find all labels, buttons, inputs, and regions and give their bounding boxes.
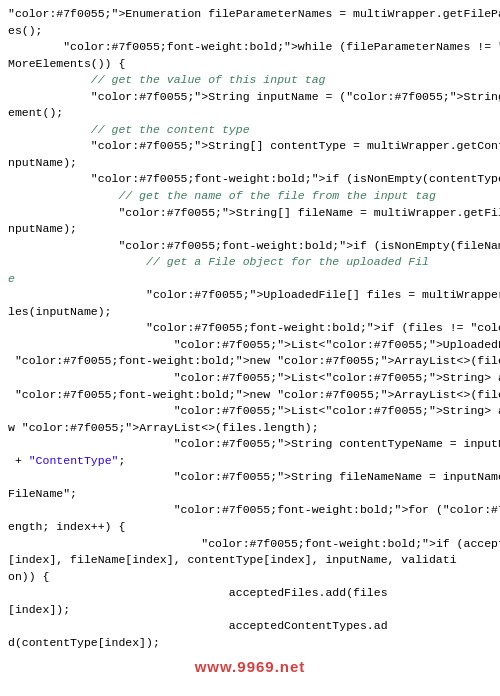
code-line: "color:#7f0055;">List<"color:#7f0055;">S… bbox=[8, 370, 492, 387]
code-line: on)) { bbox=[8, 569, 492, 586]
code-line: [index], fileName[index], contentType[in… bbox=[8, 552, 492, 569]
code-line: "color:#7f0055;">List<"color:#7f0055;">U… bbox=[8, 337, 492, 354]
code-line: "color:#7f0055;">String contentTypeName … bbox=[8, 436, 492, 453]
code-line: "color:#7f0055;font-weight:bold;">new "c… bbox=[8, 387, 492, 404]
code-line: "color:#7f0055;font-weight:bold;">if (fi… bbox=[8, 320, 492, 337]
code-line: w "color:#7f0055;">ArrayList<>(files.len… bbox=[8, 420, 492, 437]
code-line: "color:#7f0055;">String fileNameName = i… bbox=[8, 469, 492, 486]
code-line: "color:#7f0055;">String[] fileName = mul… bbox=[8, 205, 492, 222]
code-line: "color:#7f0055;font-weight:bold;">if (is… bbox=[8, 171, 492, 188]
code-line: "color:#7f0055;">List<"color:#7f0055;">S… bbox=[8, 403, 492, 420]
code-line: "color:#7f0055;font-weight:bold;">if (ac… bbox=[8, 536, 492, 553]
code-line: les(inputName); bbox=[8, 304, 492, 321]
code-line: acceptedFiles.add(files bbox=[8, 585, 492, 602]
code-line: "color:#7f0055;font-weight:bold;">if (is… bbox=[8, 238, 492, 255]
code-line: "color:#7f0055;font-weight:bold;">new "c… bbox=[8, 353, 492, 370]
code-line: ement(); bbox=[8, 105, 492, 122]
code-line: MoreElements()) { bbox=[8, 56, 492, 73]
code-line: acceptedContentTypes.ad bbox=[8, 618, 492, 635]
code-line: "color:#7f0055;font-weight:bold;">while … bbox=[8, 39, 492, 56]
code-line: es(); bbox=[8, 23, 492, 40]
code-line: [index]); bbox=[8, 602, 492, 619]
code-line: FileName"; bbox=[8, 486, 492, 503]
code-line: "color:#7f0055;">UploadedFile[] files = … bbox=[8, 287, 492, 304]
code-line: "color:#7f0055;font-weight:bold;">for ("… bbox=[8, 502, 492, 519]
watermark: www.9969.net bbox=[195, 656, 306, 678]
code-content: "color:#7f0055;">Enumeration fileParamet… bbox=[8, 6, 492, 651]
code-line: // get the value of this input tag bbox=[8, 72, 492, 89]
code-line: // get a File object for the uploaded Fi… bbox=[8, 254, 492, 271]
code-line: d(contentType[index]); bbox=[8, 635, 492, 652]
code-line: e bbox=[8, 271, 492, 288]
code-line: "color:#7f0055;">String[] contentType = … bbox=[8, 138, 492, 155]
code-line: nputName); bbox=[8, 221, 492, 238]
code-line: // get the content type bbox=[8, 122, 492, 139]
code-line: "color:#7f0055;">String inputName = ("co… bbox=[8, 89, 492, 106]
code-viewer: "color:#7f0055;">Enumeration fileParamet… bbox=[0, 0, 500, 696]
code-line: "color:#7f0055;">Enumeration fileParamet… bbox=[8, 6, 492, 23]
code-line: // get the name of the file from the inp… bbox=[8, 188, 492, 205]
code-line: nputName); bbox=[8, 155, 492, 172]
code-line: + "ContentType"; bbox=[8, 453, 492, 470]
code-line: ength; index++) { bbox=[8, 519, 492, 536]
